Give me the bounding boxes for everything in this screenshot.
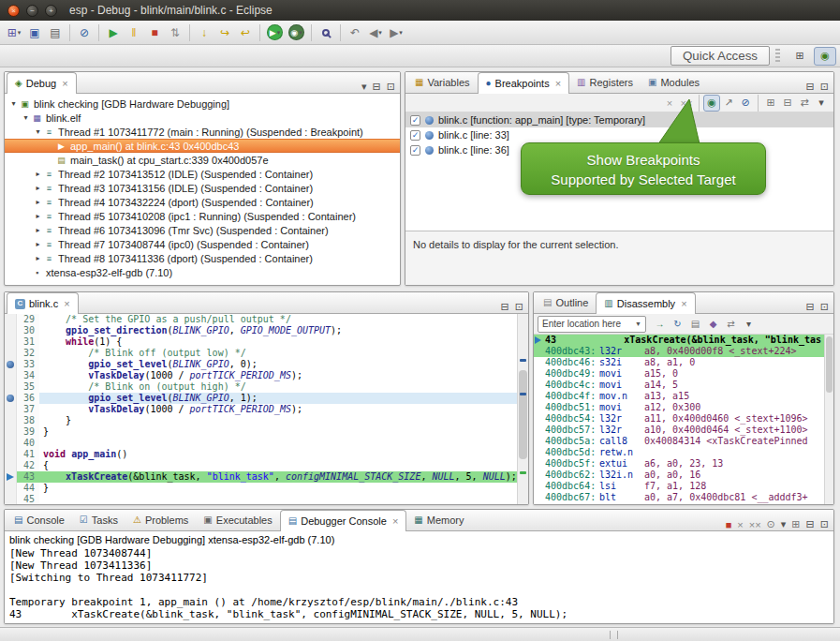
overview-mark-breakpoint-36[interactable] <box>520 393 526 395</box>
editor-line-40[interactable]: 40 <box>5 438 517 449</box>
debug-tree-item[interactable]: ▾≡Thread #1 1073411772 (main : Running) … <box>5 125 400 139</box>
maximize-button[interactable]: ⊡ <box>820 301 829 313</box>
close-tab-icon[interactable]: × <box>64 298 69 309</box>
step-into-button[interactable]: ↓ <box>194 22 214 43</box>
disassembly-scrollbar[interactable] <box>824 335 833 504</box>
display-selected-console-button[interactable]: ▾ <box>781 518 787 530</box>
debug-tree-item[interactable]: ▸≡Thread #7 1073408744 (ipc0) (Suspended… <box>5 237 400 251</box>
tree-expander-icon[interactable]: ▸ <box>33 198 43 206</box>
debug-tree-item[interactable]: ▸≡Thread #4 1073432224 (dport) (Suspende… <box>5 195 400 209</box>
editor-scrollbar[interactable] <box>517 314 528 504</box>
resume-button[interactable]: ▶ <box>103 22 124 43</box>
maximize-button[interactable]: ⊡ <box>820 81 829 93</box>
window-minimize-button[interactable]: − <box>26 5 38 17</box>
view-menu-button[interactable]: ▾ <box>741 316 757 332</box>
debug-tree-item[interactable]: ▾▣blink checking [GDB Hardware Debugging… <box>5 97 400 111</box>
debug-tree-item[interactable]: ▸≡Thread #5 1073410208 (ipc1 : Running) … <box>5 209 400 223</box>
view-menu-button[interactable]: ▾ <box>361 81 367 93</box>
disassembly-row[interactable]: 400dbc54:l32ra11, 0x400d0460 <_stext+109… <box>534 413 824 425</box>
console-output[interactable]: blink checking [GDB Hardware Debugging] … <box>5 531 833 623</box>
remove-launch-button[interactable]: × <box>737 519 743 530</box>
tree-expander-icon[interactable]: ▸ <box>33 226 43 234</box>
minimize-button[interactable]: ⊟ <box>806 301 815 313</box>
tree-expander-icon[interactable]: ▸ <box>33 170 43 178</box>
editor-line-42[interactable]: 42{ <box>5 460 517 471</box>
view-menu-button[interactable]: ▾ <box>813 95 830 112</box>
disassembly-row[interactable]: 400dbc5a:call80x40084314 <xTaskCreatePin… <box>534 436 824 447</box>
disassembly-row[interactable]: 400dbc46:s32ia8, a1, 0 <box>534 357 824 368</box>
tab-modules[interactable]: ▣Modules <box>641 72 707 93</box>
close-tab-icon[interactable]: × <box>555 78 561 89</box>
editor-scroll-thumb[interactable] <box>519 370 527 459</box>
skip-all-breakpoints-button[interactable]: ⊘ <box>74 22 95 43</box>
tab-memory[interactable]: ▦Memory <box>406 510 471 530</box>
disassembly-row[interactable]: 400dbc57:l32ra10, 0x400d0464 <_stext+110… <box>534 425 824 436</box>
debug-tree-item[interactable]: ▸≡Thread #6 1073413096 (Tmr Svc) (Suspen… <box>5 223 400 237</box>
tab-outline[interactable]: ▤Outline <box>536 292 596 313</box>
close-tab-icon[interactable]: × <box>681 298 686 309</box>
forward-button[interactable]: ▶▾ <box>386 22 406 43</box>
tab-debugger-console[interactable]: ▤Debugger Console× <box>280 510 407 531</box>
editor-line-36[interactable]: 36 gpio_set_level(BLINK_GPIO, 1); <box>5 393 517 404</box>
show-symbols-button[interactable]: ◆ <box>705 316 721 332</box>
breakpoint-checkbox[interactable]: ✓ <box>410 115 420 126</box>
code-editor[interactable]: 29 /* Set the GPIO as a push/pull output… <box>5 314 517 504</box>
tree-expander-icon[interactable]: ▾ <box>21 113 31 122</box>
remove-all-launches-button[interactable]: ×× <box>749 519 761 530</box>
dropdown-arrow-icon[interactable]: ▾ <box>277 29 281 37</box>
debug-tree-item[interactable]: ▸≡Thread #3 1073413156 (IDLE) (Suspended… <box>5 181 400 195</box>
combo-dropdown-icon[interactable]: ▼ <box>635 320 641 327</box>
print-button[interactable]: ▤ <box>45 22 66 43</box>
debug-tree-item[interactable]: ▶app_main() at blink.c:43 0x400dbc43 <box>5 139 400 153</box>
tab-disassembly[interactable]: ▥Disassembly× <box>596 292 695 314</box>
overview-mark-current-line[interactable] <box>520 471 526 474</box>
back-button[interactable]: ◀▾ <box>365 22 386 43</box>
disassembly-row[interactable]: 400dbc5d:retw.n <box>534 447 824 458</box>
link-with-debug-button[interactable]: ⇄ <box>796 95 813 112</box>
editor-line-35[interactable]: 35 /* Blink on (output high) */ <box>5 381 517 393</box>
terminate-button[interactable]: ■ <box>144 22 165 43</box>
editor-line-39[interactable]: 39} <box>5 426 517 438</box>
tree-expander-icon[interactable]: ▸ <box>33 184 43 192</box>
editor-line-37[interactable]: 37 vTaskDelay(1000 / portTICK_PERIOD_MS)… <box>5 404 517 415</box>
minimize-button[interactable]: ⊟ <box>501 301 509 313</box>
tree-expander-icon[interactable]: ▸ <box>33 254 43 262</box>
show-source-button[interactable]: ▤ <box>687 316 703 332</box>
maximize-button[interactable]: ⊡ <box>515 301 523 313</box>
step-over-button[interactable]: ↪ <box>214 22 235 43</box>
tab-problems[interactable]: ⚠Problems <box>125 510 196 530</box>
editor-line-41[interactable]: 41void app_main() <box>5 449 517 460</box>
disassembly-row[interactable]: 400dbc5f:extuia6, a0, 23, 13 <box>534 458 824 470</box>
open-console-button[interactable]: ⊞ <box>791 518 800 530</box>
tree-expander-icon[interactable]: ▸ <box>33 212 43 220</box>
disassembly-row[interactable]: 400dbc6a:bnonea0, a1, 0x400dbc8b <__addd… <box>534 503 824 504</box>
new-button[interactable]: ⊞▾ <box>4 22 24 43</box>
quick-access-button[interactable]: Quick Access <box>671 46 770 66</box>
disassembly-row[interactable]: 400dbc51:movia12, 0x300 <box>534 402 824 413</box>
disassembly-row[interactable]: 400dbc43:l32ra8, 0x400d00f8 <_stext+224> <box>534 346 824 357</box>
disassembly-row[interactable]: 400dbc4f:mov.na13, a15 <box>534 391 824 402</box>
tab-console[interactable]: ▤Console <box>7 510 72 530</box>
editor-line-34[interactable]: 34 vTaskDelay(1000 / portTICK_PERIOD_MS)… <box>5 370 517 381</box>
tree-expander-icon[interactable]: ▸ <box>33 240 43 248</box>
refresh-view-button[interactable]: ↻ <box>670 316 685 332</box>
tab-debug[interactable]: ◈Debug× <box>7 72 77 94</box>
editor-line-33[interactable]: 33 gpio_set_level(BLINK_GPIO, 0); <box>5 359 517 370</box>
dropdown-arrow-icon[interactable]: ▾ <box>18 29 22 37</box>
dropdown-arrow-icon[interactable]: ▾ <box>378 29 382 37</box>
disconnect-button[interactable]: ⇅ <box>165 22 185 43</box>
disassembly-row[interactable]: 400dbc67:blta0, a7, 0x400dbc81 <__adddf3… <box>534 492 824 503</box>
maximize-button[interactable]: ⊡ <box>820 518 829 530</box>
location-combo[interactable]: Enter location here ▼ <box>538 316 646 333</box>
disassembly-row[interactable]: 400dbc62:l32i.na0, a0, 16 <box>534 470 824 481</box>
dropdown-arrow-icon[interactable]: ▾ <box>399 29 403 37</box>
tab-registers[interactable]: ▥Registers <box>569 72 641 93</box>
close-tab-icon[interactable]: × <box>392 515 398 527</box>
window-close-button[interactable]: × <box>7 5 20 17</box>
window-maximize-button[interactable]: + <box>45 5 57 17</box>
collapse-all-button[interactable]: ⊟ <box>779 95 796 112</box>
suspend-button[interactable]: ‖ <box>124 22 144 43</box>
tab-blink-c[interactable]: Cblink.c× <box>7 292 79 314</box>
debug-button[interactable]: ◉▾ <box>288 24 304 40</box>
editor-line-30[interactable]: 30 gpio_set_direction(BLINK_GPIO, GPIO_M… <box>5 325 517 336</box>
